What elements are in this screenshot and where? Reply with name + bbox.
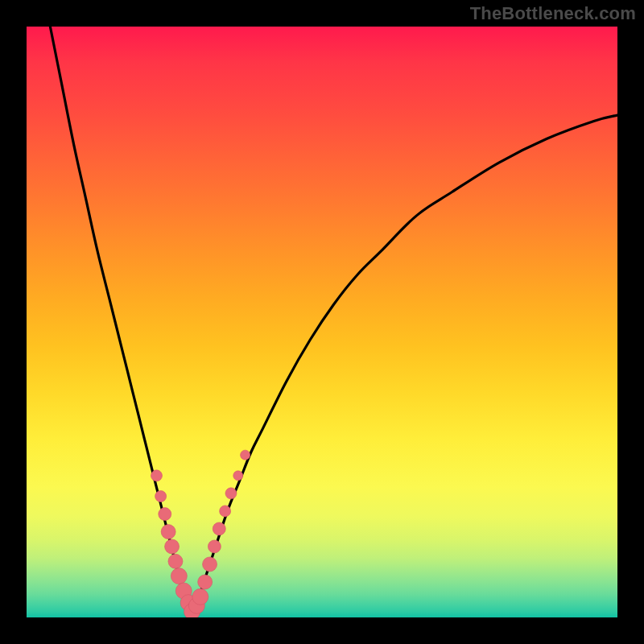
chart-frame: TheBottleneck.com: [0, 0, 644, 644]
data-point: [151, 470, 162, 481]
data-point: [241, 450, 250, 460]
data-point: [168, 554, 183, 568]
data-point: [192, 588, 208, 605]
data-point: [203, 557, 217, 572]
data-point: [161, 525, 175, 539]
curve-group: [50, 27, 617, 612]
data-point: [225, 488, 237, 499]
curve-right: [192, 115, 617, 612]
data-point: [213, 522, 225, 535]
data-point: [233, 471, 243, 481]
data-point: [155, 491, 167, 502]
watermark-text: TheBottleneck.com: [470, 3, 636, 24]
chart-svg: [27, 27, 617, 617]
data-point: [171, 568, 187, 584]
plot-area: [27, 27, 617, 617]
data-point: [198, 575, 213, 589]
data-point: [208, 540, 221, 553]
data-point: [165, 539, 180, 554]
data-point: [220, 506, 231, 517]
curve-left: [50, 27, 192, 612]
data-point: [159, 508, 171, 521]
dots-group: [151, 450, 250, 617]
